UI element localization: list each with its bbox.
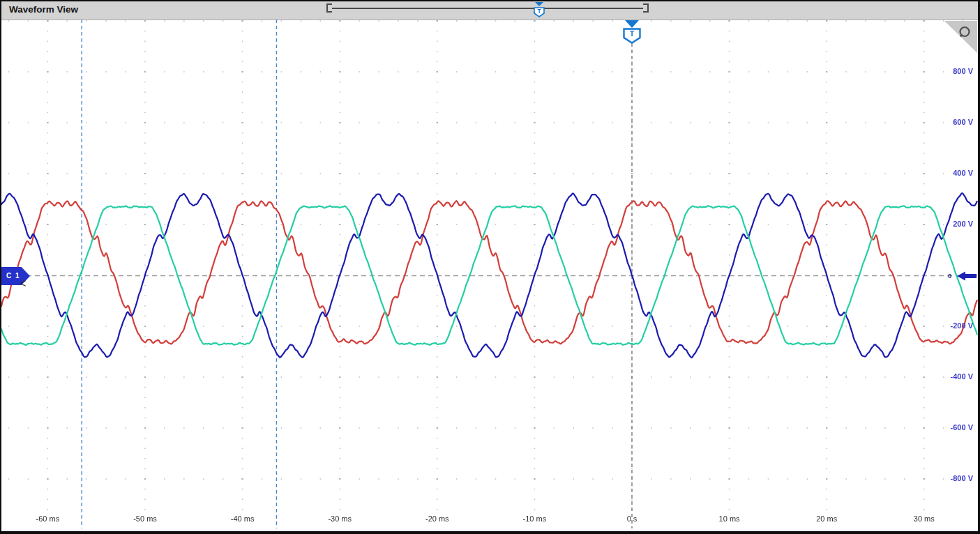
trigger-flag-label: T [630,29,635,38]
minimap-zoom-window[interactable] [332,8,643,9]
minimap-trigger-label: T [537,8,541,15]
zero-level-arrow[interactable] [956,270,977,282]
minimap-bracket-right[interactable] [643,3,649,13]
waveform-canvas[interactable] [1,20,978,532]
zero-level-label: 0 [948,272,951,280]
title-bar[interactable]: Waveform View T [1,1,978,20]
channel-collapse-chevron[interactable]: < [20,277,26,290]
minimap-bracket-left[interactable] [326,3,332,13]
minimap-trigger-arrow-icon [535,2,543,6]
window-title: Waveform View [9,4,78,15]
minimap-trigger-marker[interactable]: T [534,7,545,17]
trigger-arrow-icon [625,20,639,28]
waveform-view-window: Waveform View T 800 V600 V400 V200 V-200… [0,0,980,534]
trigger-position-marker[interactable]: T [623,28,641,44]
